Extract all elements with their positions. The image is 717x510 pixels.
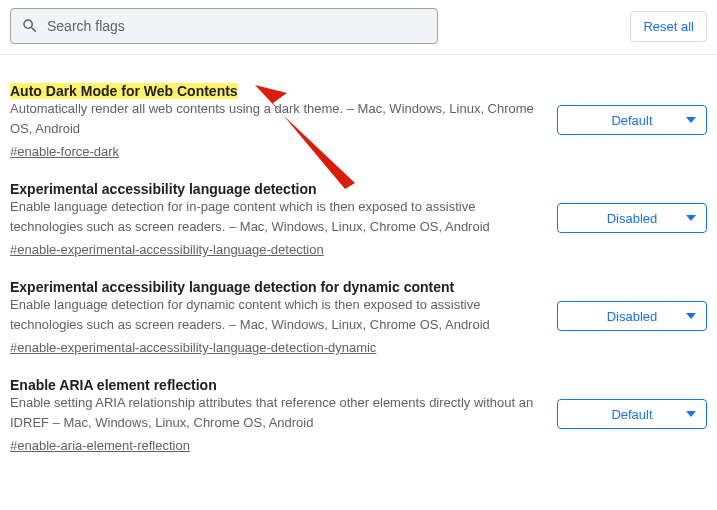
flag-item: Experimental accessibility language dete… [10, 163, 707, 261]
flag-info: Enable ARIA element reflection Enable se… [10, 377, 543, 453]
flag-title: Enable ARIA element reflection [10, 377, 217, 393]
chevron-down-icon [686, 409, 696, 419]
search-icon [21, 17, 39, 35]
flag-anchor-link[interactable]: #enable-force-dark [10, 144, 119, 159]
dropdown-value: Disabled [607, 309, 658, 324]
flag-title: Auto Dark Mode for Web Contents [10, 83, 238, 99]
flag-description: Enable language detection for dynamic co… [10, 295, 543, 334]
flag-info: Experimental accessibility language dete… [10, 181, 543, 257]
reset-all-button[interactable]: Reset all [630, 11, 707, 42]
flag-dropdown[interactable]: Default [557, 105, 707, 135]
dropdown-value: Default [611, 407, 652, 422]
flag-control: Default [557, 83, 707, 135]
flag-item: Auto Dark Mode for Web Contents Automati… [10, 65, 707, 163]
flag-title: Experimental accessibility language dete… [10, 181, 317, 197]
dropdown-value: Default [611, 113, 652, 128]
flag-anchor-link[interactable]: #enable-experimental-accessibility-langu… [10, 242, 324, 257]
topbar: Reset all [0, 0, 717, 55]
flag-item: Enable ARIA element reflection Enable se… [10, 359, 707, 457]
flag-anchor-link[interactable]: #enable-aria-element-reflection [10, 438, 190, 453]
flag-info: Experimental accessibility language dete… [10, 279, 543, 355]
flags-list: Auto Dark Mode for Web Contents Automati… [0, 55, 717, 477]
flag-info: Auto Dark Mode for Web Contents Automati… [10, 83, 543, 159]
search-input[interactable] [39, 9, 437, 43]
chevron-down-icon [686, 213, 696, 223]
flag-control: Disabled [557, 181, 707, 233]
dropdown-value: Disabled [607, 211, 658, 226]
flag-anchor-link[interactable]: #enable-experimental-accessibility-langu… [10, 340, 376, 355]
flag-dropdown[interactable]: Disabled [557, 203, 707, 233]
flag-dropdown[interactable]: Default [557, 399, 707, 429]
flag-dropdown[interactable]: Disabled [557, 301, 707, 331]
flag-title: Experimental accessibility language dete… [10, 279, 454, 295]
search-box[interactable] [10, 8, 438, 44]
chevron-down-icon [686, 311, 696, 321]
flag-description: Automatically render all web contents us… [10, 99, 543, 138]
flag-description: Enable language detection for in-page co… [10, 197, 543, 236]
flag-item: Experimental accessibility language dete… [10, 261, 707, 359]
flag-control: Disabled [557, 279, 707, 331]
flag-control: Default [557, 377, 707, 429]
chevron-down-icon [686, 115, 696, 125]
flag-description: Enable setting ARIA relationship attribu… [10, 393, 543, 432]
